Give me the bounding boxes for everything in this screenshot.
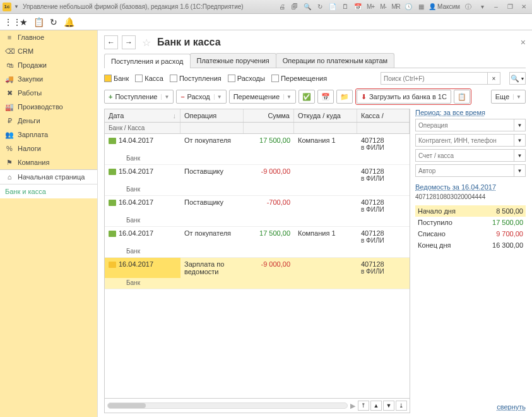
history-icon[interactable]: ↻: [48, 16, 59, 28]
filter-contra[interactable]: [415, 134, 514, 147]
tab-flow[interactable]: Поступления и расход: [104, 54, 191, 68]
bell-icon[interactable]: 🔔: [63, 16, 74, 28]
more-button[interactable]: Еще▼: [491, 90, 526, 104]
tab-cards[interactable]: Операции по платежным картам: [276, 53, 394, 68]
tb-icon[interactable]: 🗐: [290, 2, 300, 12]
close-icon[interactable]: ✕: [518, 2, 529, 12]
h-scrollbar[interactable]: [107, 402, 348, 409]
sidebar-bottom: ⌂Начальная страница Банк и касса: [0, 169, 97, 198]
clipboard-icon[interactable]: 📋: [33, 16, 44, 28]
nav-first[interactable]: ⤒: [358, 401, 369, 411]
tool-approve[interactable]: ✅: [299, 90, 315, 104]
minus-icon: –: [180, 93, 184, 100]
search-btn[interactable]: 🔍▼: [509, 72, 526, 85]
tb-icon[interactable]: 🖨: [277, 2, 287, 12]
chk-cash[interactable]: Касса: [135, 75, 163, 82]
doc-icon: [109, 200, 116, 206]
close-page-icon[interactable]: ×: [521, 37, 526, 47]
fav-icon[interactable]: ☆: [142, 37, 151, 49]
dd-icon[interactable]: ▾: [476, 2, 488, 12]
star-icon[interactable]: ★: [18, 16, 29, 28]
grid-rows: 14.04.2017 От покупателя 17 500,00 Компа…: [105, 134, 410, 398]
move-button[interactable]: Перемещение▼: [229, 90, 296, 104]
m-icon[interactable]: MR: [391, 2, 401, 12]
sidebar-item[interactable]: ≡Главное: [0, 30, 97, 44]
chevron-down-icon: ▼: [214, 94, 222, 100]
table-row[interactable]: 16.04.2017 Зарплата по ведомости -9 000,…: [105, 258, 410, 289]
period-link[interactable]: Период: за все время: [415, 109, 526, 116]
chk-income[interactable]: Поступления: [170, 75, 222, 82]
income-button[interactable]: +Поступление▼: [104, 90, 174, 104]
calendar-icon[interactable]: 📅: [353, 2, 363, 12]
col-sum[interactable]: Сумма: [244, 109, 294, 122]
nav-down[interactable]: ▼: [383, 401, 394, 411]
app-menu-dd[interactable]: ▼: [13, 3, 20, 11]
table-row[interactable]: 15.04.2017 Поставщику -9 000,00 407128в …: [105, 165, 410, 196]
collapse-link[interactable]: свернуть: [415, 401, 526, 413]
table-row[interactable]: 14.04.2017 От покупателя 17 500,00 Компа…: [105, 134, 410, 165]
search-clear[interactable]: ×: [488, 72, 500, 85]
load-button[interactable]: ⬇Загрузить из банка в 1С: [357, 90, 451, 104]
chevron-down-icon: ▼: [161, 94, 169, 100]
filter-op[interactable]: [415, 119, 514, 131]
sidebar-item[interactable]: ₽Деньги: [0, 114, 97, 128]
sidebar-icon: 🛍: [5, 61, 14, 69]
sidebar-icon: ⌫: [5, 47, 14, 56]
apps-icon[interactable]: ⋮⋮⋮: [3, 16, 14, 28]
sidebar-item[interactable]: 🏭Производство: [0, 100, 97, 114]
filter-author[interactable]: [415, 164, 514, 177]
chk-bank[interactable]: Банк: [104, 75, 129, 82]
load-copy[interactable]: 📋: [454, 90, 470, 104]
info-icon[interactable]: ⓘ: [463, 2, 474, 12]
sidebar: ≡Главное⌫CRM🛍Продажи🚚Закупки✖Работы🏭Прои…: [0, 30, 98, 417]
m-icon[interactable]: M-: [378, 2, 388, 12]
statement-header[interactable]: Ведомость за 16.04.2017: [415, 183, 526, 191]
sidebar-home[interactable]: ⌂Начальная страница: [0, 170, 97, 184]
sidebar-item[interactable]: ⌫CRM: [0, 44, 97, 58]
sidebar-item[interactable]: ⚑Компания: [0, 155, 97, 169]
sidebar-item[interactable]: 👥Зарплата: [0, 128, 97, 142]
titlebar: 1c ▼ Управление небольшой фирмой (базова…: [0, 0, 532, 14]
sidebar-icon: 🚚: [5, 75, 14, 83]
chk-expense[interactable]: Расходы: [228, 75, 265, 82]
expense-button[interactable]: –Расход▼: [176, 90, 226, 104]
chk-move[interactable]: Перемещения: [271, 75, 327, 82]
nav-last[interactable]: ⤓: [396, 401, 407, 411]
table-row[interactable]: 16.04.2017 От покупателя 17 500,00 Компа…: [105, 227, 410, 258]
m-icon[interactable]: M+: [365, 2, 375, 12]
tab-orders[interactable]: Платежные поручения: [190, 53, 276, 68]
tb-icon[interactable]: ↻: [315, 2, 325, 12]
restore-icon[interactable]: ❐: [504, 2, 516, 12]
tool-date[interactable]: 📅: [317, 90, 334, 104]
sidebar-current[interactable]: Банк и касса: [0, 184, 97, 198]
col-acc[interactable]: Касса /: [357, 109, 410, 122]
sidebar-item[interactable]: 🚚Закупки: [0, 72, 97, 86]
col-date[interactable]: Дата ↓: [105, 109, 180, 122]
tb-icon[interactable]: 🔍: [302, 2, 312, 12]
tb-icon[interactable]: 🕓: [403, 2, 413, 12]
col-op[interactable]: Операция: [180, 109, 244, 122]
dd-icon[interactable]: ▼: [514, 134, 526, 147]
col-where[interactable]: Откуда / куда: [294, 109, 357, 122]
dd-icon[interactable]: ▼: [514, 164, 526, 177]
tool-folder[interactable]: 📁: [336, 90, 353, 104]
fwd-button[interactable]: →: [122, 35, 136, 49]
tb-icon[interactable]: 📄: [328, 2, 338, 12]
topnav: ⋮⋮⋮ ★ 📋 ↻ 🔔: [0, 14, 532, 30]
user-block[interactable]: 👤 Максим: [429, 3, 460, 10]
sidebar-item[interactable]: %Налоги: [0, 142, 97, 155]
content: ← → ☆ Банк и касса × Поступления и расхо…: [98, 30, 532, 417]
search-input[interactable]: [381, 72, 488, 85]
sidebar-item[interactable]: ✖Работы: [0, 86, 97, 100]
tb-icon[interactable]: 🗒: [340, 2, 350, 12]
back-button[interactable]: ←: [104, 35, 118, 49]
minimize-icon[interactable]: –: [490, 2, 502, 12]
sidebar-item[interactable]: 🛍Продажи: [0, 58, 97, 72]
titlebar-icons: 🖨 🗐 🔍 ↻ 📄 🗒 📅 M+ M- MR 🕓 ▦: [277, 2, 426, 12]
dd-icon[interactable]: ▼: [514, 149, 526, 162]
nav-up[interactable]: ▲: [370, 401, 382, 411]
filter-acc[interactable]: [415, 149, 514, 162]
tb-icon[interactable]: ▦: [416, 2, 426, 12]
dd-icon[interactable]: ▼: [514, 119, 526, 131]
table-row[interactable]: 16.04.2017 Поставщику -700,00 407128в ФИ…: [105, 196, 410, 227]
